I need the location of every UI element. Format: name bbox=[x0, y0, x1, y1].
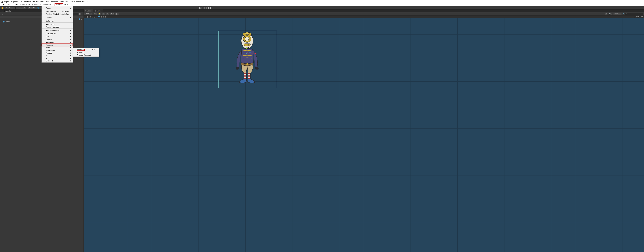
transform-tool-button[interactable]: ✦ bbox=[19, 6, 23, 9]
gizmo-y-axis[interactable] bbox=[246, 48, 246, 54]
breadcrumb-robot[interactable]: Robot bbox=[101, 16, 106, 18]
move-tool-button[interactable]: ✥ bbox=[4, 6, 8, 9]
menu-item-analysis[interactable]: Analysis▶ bbox=[42, 51, 73, 54]
step-button[interactable]: ▶❚ bbox=[208, 6, 212, 9]
fx-toggle[interactable]: ✳ bbox=[106, 13, 109, 15]
search-icon: 🔍 bbox=[622, 13, 624, 15]
play-button[interactable]: ▶ bbox=[198, 6, 202, 9]
menu-item-asset-management[interactable]: Asset Management▶ bbox=[42, 29, 73, 31]
submenu-item-animation[interactable]: AnimationCtrl+6 bbox=[73, 48, 99, 51]
menu-gameobject[interactable]: GameObject bbox=[19, 3, 31, 6]
menu-item-ai[interactable]: AI▶ bbox=[42, 57, 73, 59]
menu-shortcut: Ctrl+6 bbox=[90, 49, 95, 51]
svg-rect-24 bbox=[248, 74, 250, 75]
animation-submenu: AnimationCtrl+6AnimatorAnimator Paramete… bbox=[73, 48, 99, 57]
audio-toggle[interactable]: 🔊 bbox=[102, 13, 105, 15]
svg-marker-3 bbox=[98, 16, 100, 18]
hierarchy-scene-label: R bbox=[81, 18, 82, 20]
submenu-arrow-icon: ▶ bbox=[70, 7, 72, 9]
svg-rect-17 bbox=[249, 51, 251, 53]
menu-item-layouts[interactable]: Layouts▶ bbox=[42, 16, 73, 19]
menu-item-package-manager[interactable]: Package Manager bbox=[42, 25, 73, 28]
prefab-icon bbox=[3, 21, 5, 22]
breadcrumb-back[interactable]: ‹ bbox=[84, 16, 85, 18]
submenu-item-animator-parameter[interactable]: Animator Parameter bbox=[73, 53, 99, 56]
tab-game[interactable]: ⊙Game bbox=[93, 9, 103, 12]
auto-save-toggle[interactable]: ☑ Auto Save bbox=[634, 16, 643, 18]
submenu-arrow-icon: ▶ bbox=[70, 39, 72, 40]
svg-marker-1 bbox=[3, 21, 4, 22]
scene-viewport[interactable] bbox=[84, 18, 644, 252]
menu-window[interactable]: Window bbox=[55, 3, 63, 6]
svg-rect-26 bbox=[248, 77, 250, 78]
mode-2d-button[interactable]: 2D bbox=[94, 13, 97, 15]
menu-item-label: Rendering bbox=[46, 41, 54, 43]
hidden-objects-toggle[interactable]: 👁0 bbox=[110, 13, 114, 15]
scene-search-input[interactable] bbox=[625, 13, 644, 15]
menu-cinemachine[interactable]: Cinemachine bbox=[42, 3, 54, 6]
auto-save-label: Auto Save bbox=[636, 16, 643, 18]
custom-tool-button[interactable]: ✕ bbox=[23, 6, 27, 9]
menu-edit[interactable]: Edit bbox=[6, 3, 11, 6]
submenu-item-label: Animator bbox=[77, 51, 84, 53]
add-plus: + bbox=[0, 13, 2, 15]
hierarchy-options-icon[interactable]: ⋮ bbox=[81, 13, 83, 15]
prefab-icon bbox=[78, 18, 80, 20]
gizmo-x-axis[interactable] bbox=[246, 53, 256, 54]
menu-item-label: UI Toolkit bbox=[46, 60, 53, 62]
scene-breadcrumb: ‹ Scenes | Robot ☑ Auto Save bbox=[84, 15, 644, 18]
submenu-arrow-icon: ▶ bbox=[70, 60, 72, 62]
menu-item-text[interactable]: Text▶ bbox=[42, 35, 73, 38]
pause-button[interactable]: ❚❚ bbox=[203, 6, 207, 9]
rect-tool-button[interactable]: ▭ bbox=[16, 6, 19, 9]
submenu-arrow-icon: ▶ bbox=[70, 33, 72, 34]
svg-rect-25 bbox=[248, 75, 250, 76]
menu-item-label: Animation bbox=[46, 44, 53, 46]
gizmo-origin[interactable] bbox=[246, 53, 247, 54]
play-controls: ▶ ❚❚ ▶❚ bbox=[198, 6, 212, 9]
menu-item-label: Next Window bbox=[46, 10, 56, 12]
tools-button[interactable]: ✕ bbox=[605, 13, 608, 15]
scene-tabbar: #Scene ⊙Game bbox=[84, 9, 644, 12]
hand-tool-button[interactable]: ✋ bbox=[0, 6, 4, 9]
lighting-toggle[interactable]: 💡 bbox=[98, 13, 101, 15]
menu-item-audio[interactable]: Audio▶ bbox=[42, 46, 73, 49]
menu-item-panels[interactable]: Panels▶ bbox=[42, 7, 73, 9]
hierarchy-add-button[interactable]: + bbox=[0, 13, 3, 15]
menu-help[interactable]: Help bbox=[63, 3, 69, 6]
menu-item-next-window[interactable]: Next WindowCtrl+Tab bbox=[42, 10, 73, 13]
menu-item-rendering[interactable]: Rendering▶ bbox=[42, 41, 73, 44]
scene-icon: # bbox=[85, 10, 86, 12]
submenu-arrow-icon: ▶ bbox=[70, 47, 72, 48]
search-scope-icon[interactable]: ◧ bbox=[79, 13, 80, 15]
gizmos-label: Gizmos bbox=[614, 13, 619, 15]
gizmos-dropdown[interactable]: Gizmos bbox=[613, 13, 622, 15]
menu-item-general[interactable]: General▶ bbox=[42, 38, 73, 41]
grid-toggle[interactable]: ▦ bbox=[115, 13, 119, 15]
menu-file[interactable]: File bbox=[0, 3, 6, 6]
menu-item-asset-store[interactable]: Asset Store bbox=[42, 23, 73, 25]
viewport-grid bbox=[84, 18, 644, 252]
shading-mode-dropdown[interactable]: Shaded bbox=[84, 13, 93, 15]
submenu-arrow-icon: ▶ bbox=[70, 52, 72, 54]
menu-item-animation[interactable]: Animation▶ bbox=[42, 44, 73, 46]
chevron-down-icon bbox=[91, 13, 92, 15]
camera-button[interactable]: 📷 bbox=[608, 13, 612, 15]
menu-item-label: Analysis bbox=[46, 52, 52, 54]
menu-item-textmeshpro[interactable]: TextMeshPro▶ bbox=[42, 32, 73, 35]
menu-item-2d[interactable]: 2D▶ bbox=[42, 54, 73, 57]
scale-tool-button[interactable]: ⤢ bbox=[12, 6, 16, 9]
submenu-arrow-icon: ▶ bbox=[70, 29, 72, 31]
menu-item-ui-toolkit[interactable]: UI Toolkit▶ bbox=[42, 59, 73, 62]
menu-assets[interactable]: Assets bbox=[11, 3, 19, 6]
tab-scene[interactable]: #Scene bbox=[84, 9, 93, 12]
pivot-mode-button[interactable]: ⊕ Center bbox=[28, 6, 36, 9]
menu-item-previous-window[interactable]: Previous WindowCtrl+Shift+Tab bbox=[42, 13, 73, 15]
robot-sprite[interactable] bbox=[232, 31, 262, 87]
menu-item-collaborate[interactable]: Collaborate bbox=[42, 19, 73, 22]
submenu-item-animator[interactable]: Animator bbox=[73, 51, 99, 53]
menu-item-sequencing[interactable]: Sequencing▶ bbox=[42, 49, 73, 51]
breadcrumb-scenes[interactable]: Scenes bbox=[90, 16, 95, 18]
rotate-tool-button[interactable]: ⟳ bbox=[8, 6, 12, 9]
menu-component[interactable]: Component bbox=[31, 3, 42, 6]
